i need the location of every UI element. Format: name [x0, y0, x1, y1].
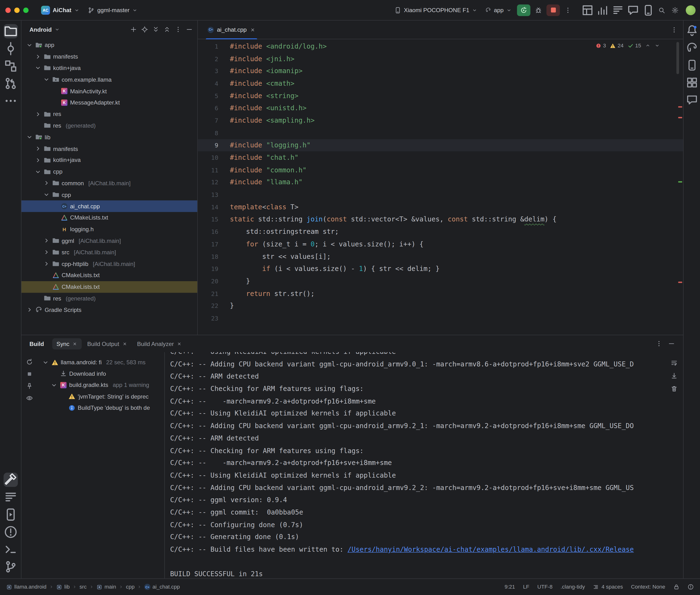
gradle-tool-icon[interactable]	[685, 41, 698, 54]
project-item-mainactivity-kt[interactable]: KMainActivity.kt	[22, 85, 197, 97]
build-item-llama-android-fi[interactable]: llama.android: fi22 sec, 583 ms	[37, 357, 164, 368]
project-item-cmakelists-txt[interactable]: CMakeLists.txt	[22, 270, 197, 281]
show-details-eye-icon[interactable]	[26, 395, 33, 402]
more-actions-icon[interactable]	[562, 4, 574, 16]
breadcrumb-main[interactable]: main	[96, 584, 116, 590]
project-item-src[interactable]: src[AiChat.lib.main]	[22, 247, 197, 258]
expand-all-icon[interactable]	[152, 26, 159, 33]
chevron-down-icon[interactable]	[26, 41, 33, 49]
status-utf-8[interactable]: UTF-8	[537, 584, 553, 590]
app-quality-insights-icon[interactable]	[627, 4, 639, 16]
next-issue-icon[interactable]	[654, 43, 660, 48]
chevron-right-icon[interactable]	[43, 249, 50, 256]
chevron-right-icon[interactable]	[34, 111, 41, 118]
chevron-down-icon[interactable]	[26, 134, 33, 141]
project-item-res[interactable]: res(generated)	[22, 293, 197, 304]
device-manager-icon[interactable]	[642, 4, 654, 16]
problems-tool-icon[interactable]	[3, 525, 18, 539]
warning-count-badge[interactable]: 24	[610, 42, 623, 49]
project-item-cmakelists-txt[interactable]: CMakeLists.txt	[22, 281, 197, 292]
project-item-common[interactable]: common[AiChat.lib.main]	[22, 177, 197, 189]
project-item-cmakelists-txt[interactable]: CMakeLists.txt	[22, 212, 197, 223]
close-tab-icon[interactable]	[73, 341, 77, 346]
hide-build-panel-icon[interactable]	[668, 340, 675, 347]
chevron-right-icon[interactable]	[34, 53, 41, 60]
project-item-messageadapter-kt[interactable]: KMessageAdapter.kt	[22, 97, 197, 108]
vcs-branch-widget[interactable]: ggml-master	[84, 5, 141, 16]
chevron-right-icon[interactable]	[43, 237, 50, 244]
project-item-cpp[interactable]: cpp	[22, 189, 197, 200]
previous-issue-icon[interactable]	[645, 43, 650, 48]
run-button[interactable]	[517, 4, 530, 16]
project-item-kotlin-java[interactable]: kotlin+java	[22, 154, 197, 166]
notifications-icon[interactable]	[685, 24, 698, 36]
build-item-jvmtarget-string-is-deprec[interactable]: 'jvmTarget: String' is deprec	[37, 391, 164, 402]
breadcrumb-lib[interactable]: lib	[56, 584, 69, 590]
chevron-right-icon[interactable]	[26, 306, 33, 313]
status-clang-tidy[interactable]: .clang-tidy	[561, 584, 585, 590]
version-control-tool-icon[interactable]	[3, 560, 18, 574]
build-output-path-link[interactable]: /Users/hanyin/Workspace/ai-chat/examples…	[347, 545, 634, 554]
debug-button[interactable]	[532, 4, 544, 16]
status-context-none[interactable]: Context: None	[631, 584, 665, 590]
close-tab-icon[interactable]	[250, 27, 255, 32]
running-devices-tool-icon[interactable]	[3, 507, 18, 522]
zoom-window-button[interactable]	[23, 7, 28, 12]
chevron-down-icon[interactable]	[34, 64, 41, 72]
close-window-button[interactable]	[5, 7, 10, 12]
locate-file-icon[interactable]	[141, 26, 148, 33]
chevron-down-icon[interactable]	[43, 76, 50, 83]
build-item-download-info[interactable]: Download info	[37, 368, 164, 379]
options-menu-icon[interactable]	[175, 26, 182, 33]
project-item-com-example-llama[interactable]: com.example.llama	[22, 74, 197, 85]
error-stripe-mark[interactable]	[678, 117, 682, 118]
error-stripe-mark[interactable]	[678, 282, 682, 283]
breadcrumb-ai-chat-cpp[interactable]: C+ai_chat.cpp	[144, 584, 180, 590]
scroll-to-end-icon[interactable]	[670, 372, 678, 379]
project-item-res[interactable]: res	[22, 108, 197, 120]
project-item-gradle-scripts[interactable]: Gradle Scripts	[22, 304, 197, 315]
profiler-icon[interactable]	[596, 4, 609, 16]
collapse-all-icon[interactable]	[163, 26, 171, 33]
editor-tab-ai-chat-cpp[interactable]: C+ ai_chat.cpp	[202, 21, 260, 39]
inspections-widget[interactable]: 3 24 15	[595, 42, 660, 49]
chevron-down-icon[interactable]	[54, 27, 60, 32]
commit-tool-icon[interactable]	[3, 41, 18, 56]
user-avatar[interactable]	[686, 5, 696, 15]
more-tool-windows-icon[interactable]	[3, 94, 18, 108]
terminal-tool-icon[interactable]	[3, 542, 18, 557]
project-item-lib[interactable]: lib	[22, 132, 197, 143]
chevron-right-icon[interactable]	[43, 179, 50, 187]
status-9-21[interactable]: 9:21	[505, 584, 515, 590]
logcat-tool-icon[interactable]	[3, 490, 18, 504]
chevron-down-icon[interactable]	[43, 191, 50, 198]
build-tool-icon[interactable]	[3, 473, 18, 487]
breadcrumb-llama-android[interactable]: llama.android	[6, 584, 47, 590]
breadcrumb-src[interactable]: src	[80, 584, 87, 590]
build-console-panel[interactable]: C/C++: -- Using KleidiAI optimized kerne…	[164, 352, 683, 578]
build-item-buildtype-debug-is-both-de[interactable]: BuildType 'debug' is both de	[37, 402, 164, 414]
project-item-logging-h[interactable]: Hlogging.h	[22, 224, 197, 235]
project-item-kotlin-java[interactable]: kotlin+java	[22, 62, 197, 74]
build-tab-build-output[interactable]: Build Output	[83, 338, 132, 349]
change-stripe-mark[interactable]	[678, 181, 682, 182]
soft-wrap-icon[interactable]	[670, 359, 678, 366]
resource-manager-tool-icon[interactable]	[685, 77, 698, 89]
build-panel-title[interactable]: Build	[30, 340, 44, 347]
search-everywhere-button[interactable]	[655, 4, 668, 16]
project-item-ggml[interactable]: ggml[AiChat.lib.main]	[22, 235, 197, 247]
build-tree[interactable]: llama.android: fi22 sec, 583 msDownload …	[37, 352, 164, 578]
file-lock-icon[interactable]	[673, 584, 679, 590]
build-item-build-gradle-kts[interactable]: Kbuild.gradle.ktsapp 1 warning	[37, 379, 164, 391]
project-item-cpp-httplib[interactable]: cpp-httplib[AiChat.lib.main]	[22, 258, 197, 270]
close-tab-icon[interactable]	[122, 341, 128, 346]
logcat-icon[interactable]	[612, 4, 624, 16]
notifications-status-icon[interactable]	[688, 584, 694, 590]
pull-requests-tool-icon[interactable]	[3, 77, 18, 91]
breadcrumb-cpp[interactable]: cpp	[126, 584, 135, 590]
build-options-icon[interactable]	[655, 340, 663, 347]
device-manager-tool-icon[interactable]	[685, 59, 698, 71]
error-count-badge[interactable]: 3	[595, 42, 606, 49]
structure-tool-icon[interactable]	[3, 59, 18, 73]
app-insights-tool-icon[interactable]	[685, 94, 698, 106]
